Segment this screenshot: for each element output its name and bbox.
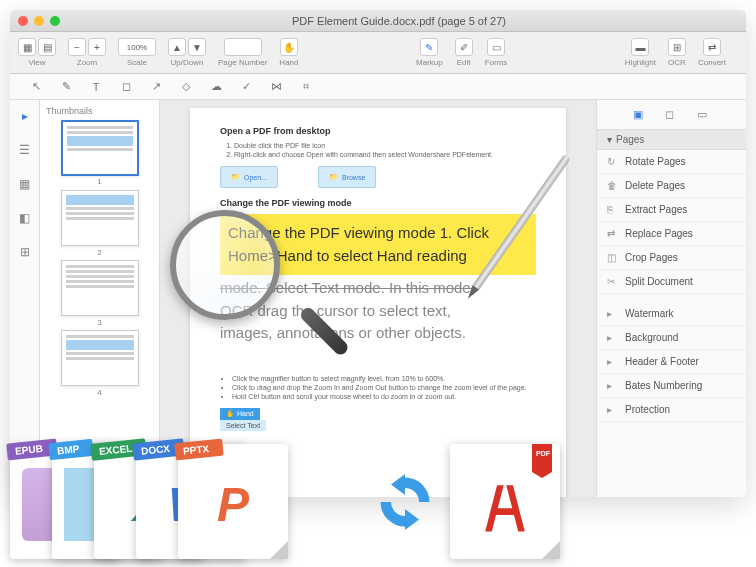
- convert-btn[interactable]: ⇄: [703, 38, 721, 56]
- crop-pages-item[interactable]: ◫Crop Pages: [597, 246, 746, 270]
- thumbnail-3[interactable]: 3: [61, 260, 139, 316]
- subtoolbar: ↖ ✎ T ◻ ↗ ◇ ☁ ✓ ⋈ ⌗: [10, 74, 746, 100]
- protection-item[interactable]: ▸Protection: [597, 398, 746, 422]
- pagenum-label: Page Number: [218, 58, 267, 67]
- browse-button[interactable]: 📁Browse: [318, 166, 376, 188]
- forms-label: Forms: [485, 58, 508, 67]
- callout-icon[interactable]: ◇: [178, 79, 194, 95]
- markup-label: Markup: [416, 58, 443, 67]
- doc-bullets: Click the magnifier button to select mag…: [220, 375, 536, 400]
- view-btn2[interactable]: ▤: [38, 38, 56, 56]
- toolbar: ▦▤View −+Zoom 100%Scale ▲▼Up/Down Page N…: [10, 32, 746, 74]
- down-btn[interactable]: ▼: [188, 38, 206, 56]
- stamp-icon[interactable]: ✓: [238, 79, 254, 95]
- body: ▸ ☰ ▦ ◧ ⊞ Thumbnails 1 2 3 4 Open a PDF …: [10, 100, 746, 497]
- left-rail: ▸ ☰ ▦ ◧ ⊞: [10, 100, 40, 497]
- right-panel: ▣ ◻ ▭ ▾Pages ↻Rotate Pages 🗑Delete Pages…: [596, 100, 746, 497]
- doc-heading-1: Open a PDF from desktop: [220, 126, 536, 136]
- hand-label: Hand: [279, 58, 298, 67]
- thumbnail-2[interactable]: 2: [61, 190, 139, 246]
- arrow-icon[interactable]: ↗: [148, 79, 164, 95]
- pages-tab-icon[interactable]: ▣: [633, 108, 647, 122]
- rotate-pages-item[interactable]: ↻Rotate Pages: [597, 150, 746, 174]
- window-title: PDF Element Guide.docx.pdf (page 5 of 27…: [60, 15, 738, 27]
- document-area[interactable]: Open a PDF from desktop Double click the…: [160, 100, 596, 497]
- cloud-icon[interactable]: ☁: [208, 79, 224, 95]
- attach-icon[interactable]: ⌗: [298, 79, 314, 95]
- zoom-label: Zoom: [77, 58, 97, 67]
- app-window: PDF Element Guide.docx.pdf (page 5 of 27…: [10, 10, 746, 497]
- background-item[interactable]: ▸Background: [597, 326, 746, 350]
- header-footer-item[interactable]: ▸Header & Footer: [597, 350, 746, 374]
- scale-label: Scale: [127, 58, 147, 67]
- panel-header: ▾Pages: [597, 130, 746, 150]
- highlight-label: Highlight: [625, 58, 656, 67]
- cursor-icon[interactable]: ↖: [28, 79, 44, 95]
- doc-body: mode. Select Text mode. In this mode, OC…: [220, 277, 536, 345]
- replace-pages-item[interactable]: ⇄Replace Pages: [597, 222, 746, 246]
- view-btn[interactable]: ▦: [18, 38, 36, 56]
- edit-label: Edit: [457, 58, 471, 67]
- minimize-icon[interactable]: [34, 16, 44, 26]
- attachments-tab-icon[interactable]: ◧: [17, 210, 33, 226]
- tab2-icon[interactable]: ◻: [665, 108, 679, 122]
- split-doc-item[interactable]: ✂Split Document: [597, 270, 746, 294]
- updown-label: Up/Down: [171, 58, 204, 67]
- window-controls: [18, 16, 60, 26]
- doc-list-item: Double click the PDF file icon: [234, 142, 536, 149]
- bookmarks-tab-icon[interactable]: ☰: [17, 142, 33, 158]
- mode-box: ✋ Hand Select Text: [220, 408, 536, 431]
- forms-btn[interactable]: ▭: [487, 38, 505, 56]
- thumbnail-4[interactable]: 4: [61, 330, 139, 386]
- highlight-btn[interactable]: ▬: [631, 38, 649, 56]
- zoom-out-btn[interactable]: −: [68, 38, 86, 56]
- up-btn[interactable]: ▲: [168, 38, 186, 56]
- watermark-item[interactable]: ▸Watermark: [597, 302, 746, 326]
- page-num[interactable]: [224, 38, 262, 56]
- layers-tab-icon[interactable]: ▦: [17, 176, 33, 192]
- close-icon[interactable]: [18, 16, 28, 26]
- view-label: View: [28, 58, 45, 67]
- search-tab-icon[interactable]: ⊞: [17, 244, 33, 260]
- edit-btn[interactable]: ✐: [455, 38, 473, 56]
- convert-label: Convert: [698, 58, 726, 67]
- zoom-in-btn[interactable]: +: [88, 38, 106, 56]
- link-icon[interactable]: ⋈: [268, 79, 284, 95]
- thumbnail-1[interactable]: 1: [61, 120, 139, 176]
- pen-icon[interactable]: ✎: [58, 79, 74, 95]
- doc-heading-2: Change the PDF viewing mode: [220, 198, 536, 208]
- thumbnails-panel: Thumbnails 1 2 3 4: [40, 100, 160, 497]
- maximize-icon[interactable]: [50, 16, 60, 26]
- ocr-btn[interactable]: ⊞: [668, 38, 686, 56]
- markup-btn[interactable]: ✎: [420, 38, 438, 56]
- hand-btn[interactable]: ✋: [280, 38, 298, 56]
- ocr-label: OCR: [668, 58, 686, 67]
- thumbnails-header: Thumbnails: [46, 106, 153, 116]
- delete-pages-item[interactable]: 🗑Delete Pages: [597, 174, 746, 198]
- titlebar: PDF Element Guide.docx.pdf (page 5 of 27…: [10, 10, 746, 32]
- page: Open a PDF from desktop Double click the…: [190, 108, 566, 497]
- open-button[interactable]: 📁Open...: [220, 166, 278, 188]
- scale-value[interactable]: 100%: [118, 38, 156, 56]
- shape-icon[interactable]: ◻: [118, 79, 134, 95]
- highlighted-text: Change the PDF viewing mode 1. ClickHome…: [220, 214, 536, 275]
- text-icon[interactable]: T: [88, 79, 104, 95]
- thumbnails-tab-icon[interactable]: ▸: [17, 108, 33, 124]
- doc-list-item: Right-click and choose Open with command…: [234, 151, 536, 158]
- bates-item[interactable]: ▸Bates Numbering: [597, 374, 746, 398]
- tab3-icon[interactable]: ▭: [697, 108, 711, 122]
- extract-pages-item[interactable]: ⎘Extract Pages: [597, 198, 746, 222]
